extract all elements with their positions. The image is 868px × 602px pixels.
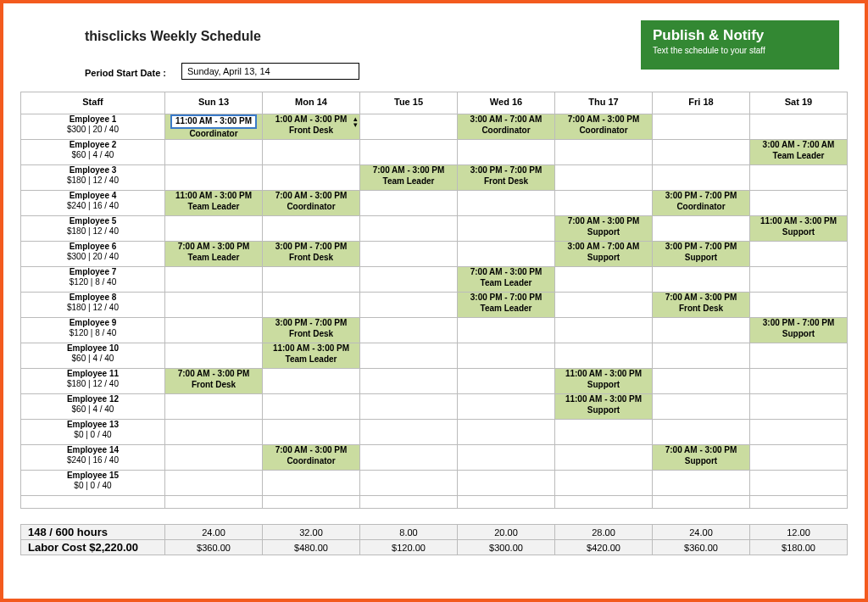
shift-cell[interactable]: [750, 471, 848, 496]
shift-cell[interactable]: [653, 369, 750, 394]
shift-cell[interactable]: 11:00 AM - 3:00 PMTeam Leader: [165, 191, 263, 216]
shift-cell[interactable]: [653, 165, 750, 191]
shift-cell[interactable]: [750, 369, 848, 394]
shift-cell[interactable]: [263, 394, 360, 420]
shift-cell[interactable]: [653, 343, 750, 369]
shift-cell[interactable]: [165, 140, 263, 165]
shift-cell[interactable]: 3:00 PM - 7:00 PMFront Desk: [263, 318, 360, 343]
period-start-input[interactable]: [181, 63, 359, 80]
shift-cell[interactable]: 7:00 AM - 3:00 PMSupport: [555, 216, 653, 242]
shift-cell[interactable]: [750, 242, 848, 267]
shift-cell[interactable]: [165, 216, 263, 242]
shift-cell[interactable]: [555, 165, 653, 191]
shift-cell[interactable]: [263, 369, 360, 394]
shift-cell[interactable]: 7:00 AM - 3:00 PMCoordinator: [555, 114, 653, 140]
shift-cell[interactable]: [360, 445, 458, 471]
shift-cell[interactable]: [653, 471, 750, 496]
shift-cell[interactable]: [653, 267, 750, 293]
shift-cell[interactable]: 3:00 PM - 7:00 PMSupport: [750, 318, 848, 343]
shift-cell[interactable]: [458, 216, 555, 242]
shift-cell[interactable]: [750, 394, 848, 420]
shift-cell[interactable]: 3:00 PM - 7:00 PMFront Desk: [263, 242, 360, 267]
shift-cell[interactable]: ▴▾1:00 AM - 3:00 PMFront Desk: [263, 114, 360, 140]
shift-cell[interactable]: [360, 216, 458, 242]
shift-cell[interactable]: [750, 343, 848, 369]
shift-cell[interactable]: [165, 267, 263, 293]
shift-cell[interactable]: 11:00 AM - 3:00 PMTeam Leader: [263, 343, 360, 369]
shift-cell[interactable]: [555, 471, 653, 496]
shift-cell[interactable]: [360, 267, 458, 293]
shift-cell[interactable]: [263, 293, 360, 318]
shift-cell[interactable]: 3:00 AM - 7:00 AMSupport: [555, 242, 653, 267]
shift-cell[interactable]: [165, 445, 263, 471]
shift-cell[interactable]: [458, 242, 555, 267]
shift-cell[interactable]: [653, 114, 750, 140]
shift-cell[interactable]: [263, 420, 360, 445]
shift-cell[interactable]: [750, 114, 848, 140]
shift-cell[interactable]: [360, 369, 458, 394]
shift-cell[interactable]: [653, 394, 750, 420]
shift-cell[interactable]: 11:00 AM - 3:00 PMSupport: [555, 394, 653, 420]
shift-cell[interactable]: [458, 394, 555, 420]
shift-cell[interactable]: 3:00 AM - 7:00 AMTeam Leader: [750, 140, 848, 165]
shift-cell[interactable]: [165, 394, 263, 420]
shift-cell[interactable]: 7:00 AM - 3:00 PMFront Desk: [165, 369, 263, 394]
shift-cell[interactable]: [263, 471, 360, 496]
shift-cell[interactable]: [555, 318, 653, 343]
shift-cell[interactable]: [750, 267, 848, 293]
shift-cell[interactable]: [555, 293, 653, 318]
shift-cell[interactable]: [555, 420, 653, 445]
shift-cell[interactable]: 3:00 PM - 7:00 PMFront Desk: [458, 165, 555, 191]
shift-cell[interactable]: [458, 343, 555, 369]
shift-cell[interactable]: 7:00 AM - 3:00 PMCoordinator: [263, 191, 360, 216]
shift-cell[interactable]: [653, 420, 750, 445]
shift-cell[interactable]: [653, 318, 750, 343]
shift-cell[interactable]: [555, 267, 653, 293]
shift-cell[interactable]: [653, 140, 750, 165]
shift-cell[interactable]: [458, 471, 555, 496]
shift-cell[interactable]: 11:00 AM - 3:00 PMSupport: [750, 216, 848, 242]
shift-cell[interactable]: [555, 343, 653, 369]
shift-cell[interactable]: [458, 318, 555, 343]
shift-cell[interactable]: [750, 293, 848, 318]
shift-cell[interactable]: [458, 420, 555, 445]
shift-cell[interactable]: 3:00 AM - 7:00 AMCoordinator: [458, 114, 555, 140]
shift-cell[interactable]: [750, 445, 848, 471]
shift-cell[interactable]: [263, 216, 360, 242]
shift-cell[interactable]: [750, 420, 848, 445]
shift-cell[interactable]: [458, 191, 555, 216]
shift-cell[interactable]: 7:00 AM - 3:00 PMTeam Leader: [165, 242, 263, 267]
shift-cell[interactable]: 3:00 PM - 7:00 PMCoordinator: [653, 191, 750, 216]
shift-cell[interactable]: [165, 343, 263, 369]
shift-cell[interactable]: [653, 216, 750, 242]
shift-cell[interactable]: 3:00 PM - 7:00 PMTeam Leader: [458, 293, 555, 318]
shift-cell[interactable]: [555, 140, 653, 165]
shift-cell[interactable]: 3:00 PM - 7:00 PMSupport: [653, 242, 750, 267]
shift-cell[interactable]: [165, 471, 263, 496]
shift-cell[interactable]: [360, 191, 458, 216]
shift-cell[interactable]: [750, 165, 848, 191]
shift-cell[interactable]: [360, 471, 458, 496]
shift-cell[interactable]: [263, 165, 360, 191]
shift-cell[interactable]: [750, 191, 848, 216]
shift-cell[interactable]: [263, 140, 360, 165]
shift-cell[interactable]: [360, 420, 458, 445]
shift-cell[interactable]: [360, 394, 458, 420]
shift-cell[interactable]: [555, 445, 653, 471]
shift-cell[interactable]: [165, 420, 263, 445]
shift-cell[interactable]: 7:00 AM - 3:00 PMTeam Leader: [360, 165, 458, 191]
shift-cell[interactable]: 7:00 AM - 3:00 PMSupport: [653, 445, 750, 471]
shift-cell[interactable]: [360, 114, 458, 140]
shift-cell[interactable]: 11:00 AM - 3:00 PMCoordinator: [165, 114, 263, 140]
shift-cell[interactable]: [165, 318, 263, 343]
shift-cell[interactable]: [165, 293, 263, 318]
spinner-icon[interactable]: ▴▾: [353, 116, 358, 128]
shift-cell[interactable]: [263, 267, 360, 293]
shift-cell[interactable]: [165, 165, 263, 191]
shift-cell[interactable]: 7:00 AM - 3:00 PMCoordinator: [263, 445, 360, 471]
shift-cell[interactable]: 11:00 AM - 3:00 PMSupport: [555, 369, 653, 394]
shift-cell[interactable]: [360, 343, 458, 369]
shift-cell[interactable]: [458, 140, 555, 165]
shift-cell[interactable]: [360, 242, 458, 267]
shift-cell[interactable]: [458, 369, 555, 394]
